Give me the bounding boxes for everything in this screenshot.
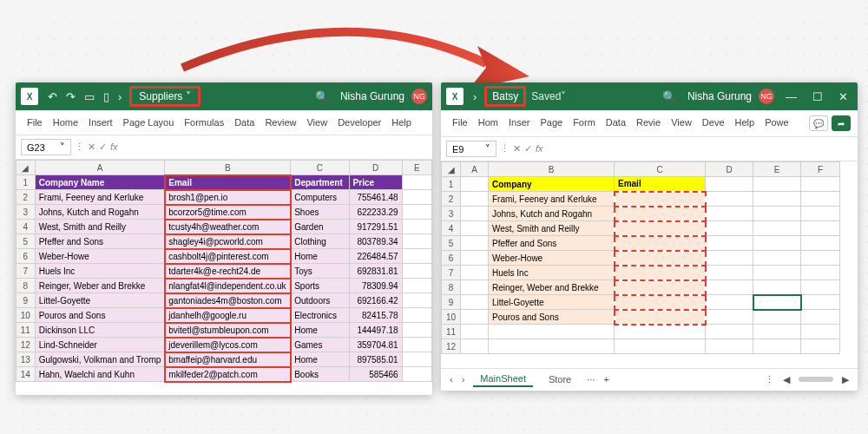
cell[interactable] xyxy=(801,325,840,339)
cell[interactable] xyxy=(801,192,840,207)
cell[interactable]: tcusty4h@weather.com xyxy=(165,220,291,234)
redo-icon[interactable]: ↷ xyxy=(62,89,80,105)
ribbon-tab[interactable]: Help xyxy=(731,115,760,131)
scroll-left-icon[interactable]: ◀ xyxy=(783,374,790,385)
ribbon-tab[interactable]: View xyxy=(302,115,332,129)
col-header[interactable]: B xyxy=(165,161,291,175)
ribbon-tab[interactable]: Hom xyxy=(474,115,503,131)
cell[interactable] xyxy=(753,280,801,295)
cell[interactable]: Reinger, Weber and Brekke xyxy=(35,279,165,293)
cell[interactable] xyxy=(461,280,489,295)
ribbon-tab[interactable]: Home xyxy=(49,115,82,129)
cell[interactable]: Toys xyxy=(291,264,349,279)
row-header[interactable]: 7 xyxy=(442,266,461,280)
cell[interactable] xyxy=(801,236,840,251)
cell[interactable]: 359704.81 xyxy=(349,338,402,352)
row-header[interactable]: 10 xyxy=(16,308,36,323)
scrollbar[interactable] xyxy=(799,377,833,382)
comments-icon[interactable]: 💬 xyxy=(809,115,828,131)
cell[interactable]: Pfeffer and Sons xyxy=(35,234,165,249)
cell[interactable] xyxy=(402,323,431,338)
saved-status[interactable]: Saved xyxy=(531,90,561,102)
cell[interactable]: Weber-Howe xyxy=(489,251,615,266)
cell[interactable] xyxy=(402,264,431,279)
row-header[interactable]: 8 xyxy=(442,280,461,295)
row-header[interactable]: 6 xyxy=(442,251,461,266)
undo-icon[interactable]: ↶ xyxy=(43,89,62,105)
cell[interactable]: 692166.42 xyxy=(349,293,402,308)
cell[interactable] xyxy=(801,310,840,325)
ribbon-tab[interactable]: Powe xyxy=(760,115,793,131)
cell[interactable] xyxy=(753,221,801,236)
cell[interactable]: Pouros and Sons xyxy=(489,310,615,325)
formula-input[interactable] xyxy=(547,144,852,155)
spreadsheet-grid[interactable]: ◢ABCDE 1Company NameEmailDepartmentPrice… xyxy=(16,160,432,382)
ribbon-tab[interactable]: Form xyxy=(569,115,600,131)
cell[interactable] xyxy=(615,236,706,251)
cell[interactable] xyxy=(706,339,753,354)
prev-sheet-icon[interactable]: ‹ xyxy=(450,374,453,385)
row-header[interactable]: 3 xyxy=(16,205,36,220)
cell[interactable]: Weber-Howe xyxy=(35,249,165,264)
cell[interactable] xyxy=(753,192,801,207)
cell[interactable]: Reinger, Weber and Brekke xyxy=(489,280,615,295)
cell[interactable] xyxy=(461,310,489,325)
cell[interactable] xyxy=(489,325,615,339)
row-header[interactable]: 10 xyxy=(442,310,461,325)
spreadsheet-grid[interactable]: ◢ABCDEF 1CompanyEmail2Frami, Feeney and … xyxy=(441,161,840,354)
cell[interactable]: 78309.94 xyxy=(349,279,402,293)
cell[interactable] xyxy=(461,192,489,207)
cell[interactable] xyxy=(706,266,753,280)
cell[interactable]: 692831.81 xyxy=(349,264,402,279)
cell[interactable]: Lind-Schneider xyxy=(35,338,165,352)
cell[interactable] xyxy=(461,207,489,221)
cell[interactable]: Home xyxy=(291,323,349,338)
cell[interactable]: Garden xyxy=(291,220,349,234)
cancel-icon[interactable]: ✕ xyxy=(88,141,95,153)
name-box[interactable]: E9˅ xyxy=(446,141,496,157)
cell[interactable] xyxy=(753,251,801,266)
cell[interactable] xyxy=(706,295,753,310)
cell[interactable]: Pouros and Sons xyxy=(35,308,165,323)
cell[interactable]: Shoes xyxy=(291,205,349,220)
add-sheet-icon[interactable]: + xyxy=(603,374,608,385)
cell[interactable] xyxy=(461,251,489,266)
row-header[interactable]: 1 xyxy=(16,175,36,190)
cell[interactable] xyxy=(402,234,431,249)
sheet-tab-main[interactable]: MainSheet xyxy=(473,372,533,387)
cell[interactable] xyxy=(461,266,489,280)
cancel-icon[interactable]: ✕ xyxy=(513,143,521,155)
cell[interactable]: jdeverillem@lycos.com xyxy=(165,338,291,352)
row-header[interactable]: 7 xyxy=(16,264,36,279)
cell[interactable]: 803789.34 xyxy=(349,234,402,249)
ribbon-tab[interactable]: Data xyxy=(230,115,259,129)
name-box[interactable]: G23˅ xyxy=(21,139,71,155)
cell[interactable]: Dickinson LLC xyxy=(35,323,165,338)
ribbon-tab[interactable]: Formulas xyxy=(180,115,228,129)
row-header[interactable]: 6 xyxy=(16,249,36,264)
cell[interactable]: Sports xyxy=(291,279,349,293)
cell[interactable] xyxy=(706,251,753,266)
row-header[interactable]: 3 xyxy=(442,207,461,221)
cell[interactable]: West, Smith and Reilly xyxy=(489,221,615,236)
close-icon[interactable]: ✕ xyxy=(834,89,852,105)
row-header[interactable]: 4 xyxy=(442,221,461,236)
search-icon[interactable]: 🔍 xyxy=(658,89,681,105)
cell[interactable] xyxy=(402,338,431,352)
select-all[interactable]: ◢ xyxy=(16,161,36,175)
ribbon-tab[interactable]: Deve xyxy=(698,115,729,131)
row-header[interactable]: 2 xyxy=(16,190,36,205)
cell[interactable]: brosh1@pen.io xyxy=(165,190,291,205)
ribbon-tab[interactable]: Review xyxy=(260,115,300,129)
cell[interactable]: Frami, Feeney and Kerluke xyxy=(35,190,165,205)
cell[interactable] xyxy=(402,293,431,308)
cell[interactable]: Huels Inc xyxy=(489,266,615,280)
cell[interactable]: cashbolt4j@pinterest.com xyxy=(165,249,291,264)
row-header[interactable]: 9 xyxy=(442,295,461,310)
user-name[interactable]: Nisha Gurung xyxy=(340,90,404,102)
ribbon-tab[interactable]: Developer xyxy=(333,115,385,129)
ribbon-tab[interactable]: View xyxy=(667,115,696,131)
cell[interactable] xyxy=(402,220,431,234)
cell[interactable]: Johns, Kutch and Rogahn xyxy=(489,207,615,221)
ribbon-tab[interactable]: Data xyxy=(602,115,630,131)
